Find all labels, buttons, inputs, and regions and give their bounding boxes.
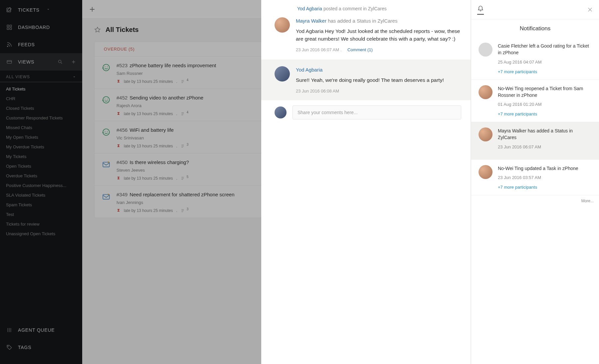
nav-tickets[interactable]: TICKETS <box>0 1 82 19</box>
dashboard-icon <box>6 24 13 31</box>
ticket-number: #452 <box>116 95 127 100</box>
svg-point-13 <box>105 99 105 99</box>
notification-text: No-Wei Ting updated a Task in zPhone <box>498 165 592 172</box>
sidebar-view-item[interactable]: Positive Customer Happiness... <box>0 181 82 190</box>
meta-dot: . <box>176 111 177 116</box>
notification-body: No-Wei Ting reopened a Ticket from Sam R… <box>498 85 592 117</box>
sidebar-view-item[interactable]: Tickets for review <box>0 219 82 229</box>
sidebar-view-item[interactable]: Open Tickets <box>0 161 82 171</box>
sidebar-view-item[interactable]: Unassigned Open Tickets <box>0 229 82 239</box>
late-text: late by 13 hours 25 minutes <box>124 79 173 84</box>
all-views-label: ALL VIEWS <box>6 75 30 79</box>
notification-item[interactable]: Mayra Walker has added a Status in ZylCa… <box>471 122 599 160</box>
reply-count: 3 <box>181 208 189 213</box>
avatar[interactable] <box>275 17 290 33</box>
meta-dot: . <box>176 208 177 213</box>
post-message: Yod Agbaria Hey Yod! Just looked at the … <box>296 27 461 43</box>
mail-icon <box>102 160 111 169</box>
sidebar-view-item[interactable]: CHR <box>0 94 82 103</box>
notification-item[interactable]: No-Wei Ting reopened a Ticket from Sam R… <box>471 80 599 122</box>
sidebar-view-item[interactable]: My Overdue Tickets <box>0 142 82 152</box>
mail-icon <box>102 192 111 202</box>
star-icon[interactable] <box>94 27 101 33</box>
sidebar-view-item[interactable]: Customer Responded Tickets <box>0 113 82 123</box>
conversation-crumb: Yod Agbaria posted a comment in ZylCares <box>261 0 471 14</box>
svg-point-12 <box>103 96 109 103</box>
sidebar-view-item[interactable]: Missed Chats <box>0 123 82 132</box>
nav-agent-queue[interactable]: AGENT QUEUE <box>0 321 82 339</box>
sidebar-view-item[interactable]: All Tickets <box>0 84 82 94</box>
notification-item[interactable]: No-Wei Ting updated a Task in zPhone23 J… <box>471 160 599 195</box>
late-text: late by 13 hours 25 minutes <box>124 176 173 181</box>
new-ticket-button[interactable] <box>88 5 96 13</box>
svg-point-15 <box>103 129 109 135</box>
more-participants-link[interactable]: +7 more participants <box>498 69 592 74</box>
sidebar-view-item[interactable]: Spam Tickets <box>0 200 82 210</box>
reply-count: 4 <box>181 79 189 84</box>
meta-dot: . <box>176 176 177 181</box>
hourglass-icon <box>116 112 120 116</box>
tags-icon <box>6 344 13 351</box>
ticket-subject: Is there wireless charging? <box>129 159 189 165</box>
avatar <box>479 165 493 179</box>
crumb-user[interactable]: Yod Agbaria <box>297 6 322 11</box>
notification-timestamp: 01 Aug 2016 01:20 AM <box>498 102 592 107</box>
reply-message: Sure!! Yeah, we're doing really good! Th… <box>296 76 461 84</box>
sidebar-view-item[interactable]: SLA Violated Tickets <box>0 190 82 200</box>
svg-point-11 <box>107 67 107 67</box>
sidebar-view-item[interactable]: My Tickets <box>0 152 82 161</box>
notification-item[interactable]: Casie Fletcher left a Good rating for a … <box>471 37 599 80</box>
reply-count: 3 <box>181 144 189 148</box>
svg-point-7 <box>59 60 61 63</box>
notifications-more[interactable]: More... <box>471 195 599 207</box>
agent-queue-icon <box>6 327 13 333</box>
sidebar-view-item[interactable]: My Open Tickets <box>0 132 82 142</box>
ticket-subject: WiFi and battery life <box>129 127 174 133</box>
avatar[interactable] <box>275 66 290 82</box>
more-participants-link[interactable]: +7 more participants <box>498 185 592 190</box>
comment-input-row <box>261 100 471 125</box>
nav-feeds[interactable]: FEEDS <box>0 36 82 53</box>
notification-timestamp: 25 Aug 2016 04:07 AM <box>498 60 592 65</box>
post-headline: Mayra Walker has added a Status in ZylCa… <box>296 17 461 25</box>
close-icon[interactable] <box>587 7 593 13</box>
ticket-number: #349 <box>116 192 127 197</box>
svg-point-14 <box>107 99 107 99</box>
more-participants-link[interactable]: +7 more participants <box>498 111 592 116</box>
page-title: All Tickets <box>105 26 139 34</box>
nav-dashboard-label: DASHBOARD <box>18 25 50 30</box>
all-views-header[interactable]: ALL VIEWS <box>0 72 82 82</box>
feedback-icon <box>102 95 111 105</box>
avatar <box>479 85 493 99</box>
reply-author[interactable]: Yod Agbaria <box>296 67 322 73</box>
svg-point-8 <box>8 346 8 346</box>
svg-rect-4 <box>10 28 12 30</box>
nav-feeds-label: FEEDS <box>18 42 35 47</box>
main-post: Mayra Walker has added a Status in ZylCa… <box>261 14 471 60</box>
search-icon[interactable] <box>58 59 63 65</box>
comment-link[interactable]: Comment (1) <box>347 47 373 52</box>
nav-dashboard[interactable]: DASHBOARD <box>0 19 82 36</box>
notifications-list: Casie Fletcher left a Good rating for a … <box>471 37 599 195</box>
post-author[interactable]: Mayra Walker <box>296 18 326 24</box>
sidebar-view-item[interactable]: Overdue Tickets <box>0 171 82 181</box>
nav-tags[interactable]: TAGS <box>0 339 82 356</box>
feedback-icon <box>102 128 111 137</box>
sidebar-view-item[interactable]: Test <box>0 210 82 219</box>
nav-views[interactable]: VIEWS <box>0 53 82 71</box>
hourglass-icon <box>116 176 120 180</box>
notification-body: Mayra Walker has added a Status in ZylCa… <box>498 127 592 154</box>
reply-count: 5 <box>181 176 189 181</box>
svg-point-10 <box>105 67 105 67</box>
comment-input[interactable] <box>293 105 461 119</box>
late-text: late by 13 hours 25 minutes <box>124 208 173 213</box>
feedback-icon <box>102 63 111 73</box>
views-icon <box>6 59 13 65</box>
svg-point-17 <box>107 131 107 132</box>
notification-text: No-Wei Ting reopened a Ticket from Sam R… <box>498 85 592 99</box>
mention-name[interactable]: Yod Agbaria <box>296 28 323 34</box>
plus-icon[interactable] <box>71 59 76 65</box>
ticket-subject: Need replacement for shattered zPhone sc… <box>129 192 234 197</box>
bell-icon[interactable] <box>477 5 484 11</box>
sidebar-view-item[interactable]: Closed Tickets <box>0 103 82 113</box>
